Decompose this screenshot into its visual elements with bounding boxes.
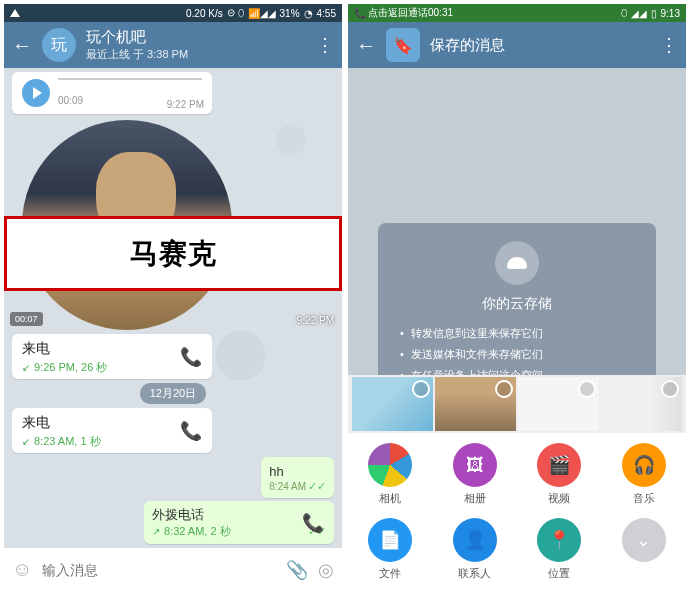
mosaic-overlay: 马赛克 [4, 216, 342, 291]
photo-duration: 00:07 [10, 312, 43, 326]
bookmark-icon: 🔖 [393, 36, 413, 55]
thumb-1[interactable] [352, 377, 433, 431]
saved-avatar[interactable]: 🔖 [386, 28, 420, 62]
photo-time: 9:22 PM [297, 315, 334, 326]
cloud-item: 在任意设备上访问这个空间 [400, 365, 640, 375]
cloud-title: 你的云存储 [394, 295, 640, 313]
action-location[interactable]: 📍位置 [517, 518, 602, 581]
call-meta: 8:23 AM, 1 秒 [34, 434, 101, 449]
location-icon: 📍 [537, 518, 581, 562]
message-text: hh [269, 464, 283, 479]
chevron-down-icon: ⌄ [622, 518, 666, 562]
call-return-bar[interactable]: 📞点击返回通话00:31 ⬯ ◢◢ ▯ 9:13 [348, 4, 686, 22]
select-circle[interactable] [495, 380, 513, 398]
warning-icon [10, 9, 20, 17]
action-music[interactable]: 🎧音乐 [602, 443, 687, 506]
voice-time: 9:22 PM [167, 99, 204, 110]
battery-icon: ▯ [651, 8, 657, 19]
outgoing-call[interactable]: 外拨电话 ↗8:32 AM, 2 秒✓✓ 📞 [144, 501, 334, 544]
file-icon: 📄 [368, 518, 412, 562]
select-circle[interactable] [412, 380, 430, 398]
attach-grid: 相机 🖼相册 🎬视频 🎧音乐 📄文件 👤联系人 📍位置 ⌄ [348, 433, 686, 591]
chat-body[interactable]: 00:09 9:22 PM 00:07 9:22 PM 马赛克 来电 ↙9:26… [4, 68, 342, 547]
vpn-icon: ⊝ ⬯ [227, 7, 244, 19]
saved-header: ← 🔖 保存的消息 ⋮ [348, 22, 686, 68]
thumb-2[interactable] [435, 377, 516, 431]
message-time: 8:24 AM [269, 481, 306, 492]
message-input[interactable] [42, 562, 276, 578]
back-button[interactable]: ← [12, 34, 32, 57]
sticker-icon[interactable]: ☺ [12, 558, 32, 581]
chat-title-block[interactable]: 玩个机吧 最近上线 于 3:38 PM [86, 28, 306, 62]
chat-name: 玩个机吧 [86, 28, 306, 47]
status-time: 4:55 [317, 8, 336, 19]
call-label: 来电 [22, 340, 202, 358]
signal-icon: 📶◢◢ [248, 8, 276, 19]
vpn-icon: ⬯ [621, 7, 627, 19]
action-contact[interactable]: 👤联系人 [433, 518, 518, 581]
phone-icon[interactable]: 📞 [180, 346, 202, 368]
phone-icon[interactable]: 📞 [180, 420, 202, 442]
outcall-meta: 8:32 AM, 2 秒 [164, 524, 231, 539]
outcall-label: 外拨电话 [152, 506, 326, 524]
chat-header: ← 玩 玩个机吧 最近上线 于 3:38 PM ⋮ [4, 22, 342, 68]
cloud-item: 发送媒体和文件来存储它们 [400, 344, 640, 365]
video-icon: 🎬 [537, 443, 581, 487]
right-phone: 📞点击返回通话00:31 ⬯ ◢◢ ▯ 9:13 ← 🔖 保存的消息 ⋮ 你的云… [348, 4, 686, 591]
phone-small-icon: 📞 [354, 8, 366, 19]
chat-lastseen: 最近上线 于 3:38 PM [86, 47, 306, 62]
recent-thumbs [348, 375, 686, 433]
mic-icon[interactable]: ◎ [318, 559, 334, 581]
play-icon[interactable] [22, 79, 50, 107]
cloud-item: 转发信息到这里来保存它们 [400, 323, 640, 344]
cloud-list: 转发信息到这里来保存它们 发送媒体和文件来存储它们 在任意设备上访问这个空间 [394, 323, 640, 375]
call-label: 来电 [22, 414, 202, 432]
more-menu-button[interactable]: ⋮ [316, 34, 334, 56]
action-video[interactable]: 🎬视频 [517, 443, 602, 506]
more-menu-button[interactable]: ⋮ [660, 34, 678, 56]
thumb-3[interactable] [518, 377, 599, 431]
action-camera[interactable]: 相机 [348, 443, 433, 506]
back-button[interactable]: ← [356, 34, 376, 57]
in-arrow-icon: ↙ [22, 362, 30, 373]
incoming-call-2[interactable]: 来电 ↙8:23 AM, 1 秒 📞 [12, 408, 212, 453]
select-circle[interactable] [661, 380, 679, 398]
signal-icon: ◢◢ [631, 8, 647, 19]
action-file[interactable]: 📄文件 [348, 518, 433, 581]
chat-avatar[interactable]: 玩 [42, 28, 76, 62]
contact-icon: 👤 [453, 518, 497, 562]
mosaic-label: 马赛克 [130, 235, 217, 273]
date-separator: 12月20日 [140, 383, 206, 404]
gallery-icon: 🖼 [453, 443, 497, 487]
incoming-call-1[interactable]: 来电 ↙9:26 PM, 26 秒 📞 [12, 334, 212, 379]
call-return-text: 点击返回通话00:31 [368, 6, 453, 20]
input-bar: ☺ 📎 ◎ [4, 547, 342, 591]
action-collapse[interactable]: ⌄ [602, 518, 687, 581]
left-phone: 0.20 K/s ⊝ ⬯ 📶◢◢ 31% ◔ 4:55 ← 玩 玩个机吧 最近上… [4, 4, 342, 591]
saved-name: 保存的消息 [430, 36, 650, 55]
clock-icon: ◔ [304, 8, 313, 19]
thumb-4[interactable] [601, 377, 682, 431]
statusbar-left: 0.20 K/s ⊝ ⬯ 📶◢◢ 31% ◔ 4:55 [4, 4, 342, 22]
voice-message[interactable]: 00:09 9:22 PM [12, 72, 212, 114]
saved-body[interactable]: 你的云存储 转发信息到这里来保存它们 发送媒体和文件来存储它们 在任意设备上访问… [348, 68, 686, 375]
in-arrow-icon: ↙ [22, 436, 30, 447]
saved-title-block[interactable]: 保存的消息 [430, 36, 650, 55]
camera-icon [368, 443, 412, 487]
net-speed: 0.20 K/s [186, 8, 223, 19]
cloud-icon [495, 241, 539, 285]
music-icon: 🎧 [622, 443, 666, 487]
action-gallery[interactable]: 🖼相册 [433, 443, 518, 506]
cloud-storage-card: 你的云存储 转发信息到这里来保存它们 发送媒体和文件来存储它们 在任意设备上访问… [378, 223, 656, 375]
status-time: 9:13 [661, 8, 680, 19]
select-circle[interactable] [578, 380, 596, 398]
phone-icon[interactable]: 📞 [302, 512, 324, 534]
call-meta: 9:26 PM, 26 秒 [34, 360, 107, 375]
out-message-hh[interactable]: hh 8:24 AM✓✓ [261, 457, 334, 498]
out-arrow-icon: ↗ [152, 526, 160, 537]
attach-icon[interactable]: 📎 [286, 559, 308, 581]
battery-pct: 31% [280, 8, 300, 19]
voice-duration: 00:09 [58, 95, 83, 106]
read-checks-icon: ✓✓ [308, 480, 326, 493]
